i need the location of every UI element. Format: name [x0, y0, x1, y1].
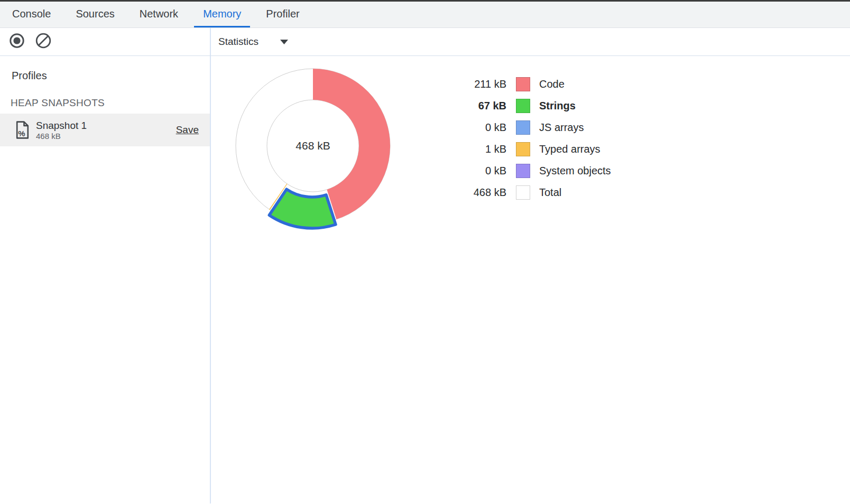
- memory-toolbar: Statistics: [0, 28, 850, 56]
- legend-swatch-js-arrays: [516, 120, 530, 135]
- tab-sources[interactable]: Sources: [67, 2, 123, 27]
- profiles-sidebar: Profiles HEAP SNAPSHOTS % Snapshot 1 468…: [0, 56, 211, 503]
- legend-row-code[interactable]: 211 kB Code: [443, 73, 611, 95]
- content-area: Profiles HEAP SNAPSHOTS % Snapshot 1 468…: [0, 56, 850, 503]
- legend-label: Typed arrays: [539, 143, 600, 155]
- legend-row-total[interactable]: 468 kB Total: [443, 182, 611, 203]
- record-button[interactable]: [8, 33, 25, 50]
- legend-value: 1 kB: [443, 143, 506, 155]
- legend-value: 0 kB: [443, 165, 506, 177]
- legend-row-system-objects[interactable]: 0 kB System objects: [443, 160, 611, 182]
- snapshot-info: Snapshot 1 468 kB: [36, 119, 87, 141]
- devtools-tabbar: Console Sources Network Memory Profiler: [0, 2, 850, 28]
- chart-total-label: 468 kB: [295, 139, 330, 152]
- clear-icon: [35, 32, 52, 51]
- snapshot-list-item[interactable]: % Snapshot 1 468 kB Save: [0, 114, 210, 146]
- legend-row-js-arrays[interactable]: 0 kB JS arrays: [443, 117, 611, 138]
- legend-label: Strings: [539, 100, 576, 112]
- legend-label: JS arrays: [539, 122, 584, 134]
- record-icon: [8, 32, 25, 51]
- heap-snapshots-section-title: HEAP SNAPSHOTS: [0, 97, 210, 109]
- tab-profiler[interactable]: Profiler: [257, 2, 308, 27]
- chevron-down-icon[interactable]: [280, 39, 289, 45]
- view-selector[interactable]: Statistics: [218, 36, 258, 48]
- legend-value: 211 kB: [443, 78, 506, 90]
- legend-value: 0 kB: [443, 122, 506, 134]
- legend-row-typed-arrays[interactable]: 1 kB Typed arrays: [443, 138, 611, 160]
- view-toolbar: Statistics: [211, 28, 850, 55]
- heap-snapshot-icon: %: [15, 121, 30, 139]
- statistics-view: 468 kB 211 kB Code 67 kB Strings 0 kB JS…: [211, 56, 850, 503]
- profiles-toolbar: [0, 28, 211, 55]
- legend-swatch-typed-arrays: [516, 142, 530, 156]
- snapshot-size: 468 kB: [36, 132, 87, 141]
- legend-swatch-code: [516, 77, 530, 91]
- legend-row-strings[interactable]: 67 kB Strings: [443, 95, 611, 117]
- legend-swatch-total: [516, 185, 530, 200]
- save-link[interactable]: Save: [176, 124, 199, 136]
- legend-label: Total: [539, 186, 561, 199]
- svg-text:%: %: [18, 129, 25, 138]
- tab-memory[interactable]: Memory: [194, 2, 250, 27]
- legend-swatch-system-objects: [516, 164, 530, 178]
- profiles-title: Profiles: [0, 70, 210, 82]
- chart-legend: 211 kB Code 67 kB Strings 0 kB JS arrays…: [443, 73, 611, 203]
- legend-swatch-strings: [516, 99, 530, 113]
- snapshot-name: Snapshot 1: [36, 119, 87, 132]
- tab-network[interactable]: Network: [131, 2, 187, 27]
- legend-value: 468 kB: [443, 186, 506, 199]
- legend-value: 67 kB: [443, 100, 506, 112]
- legend-label: Code: [539, 78, 565, 90]
- tab-console[interactable]: Console: [3, 2, 60, 27]
- clear-button[interactable]: [35, 33, 52, 50]
- legend-label: System objects: [539, 165, 611, 177]
